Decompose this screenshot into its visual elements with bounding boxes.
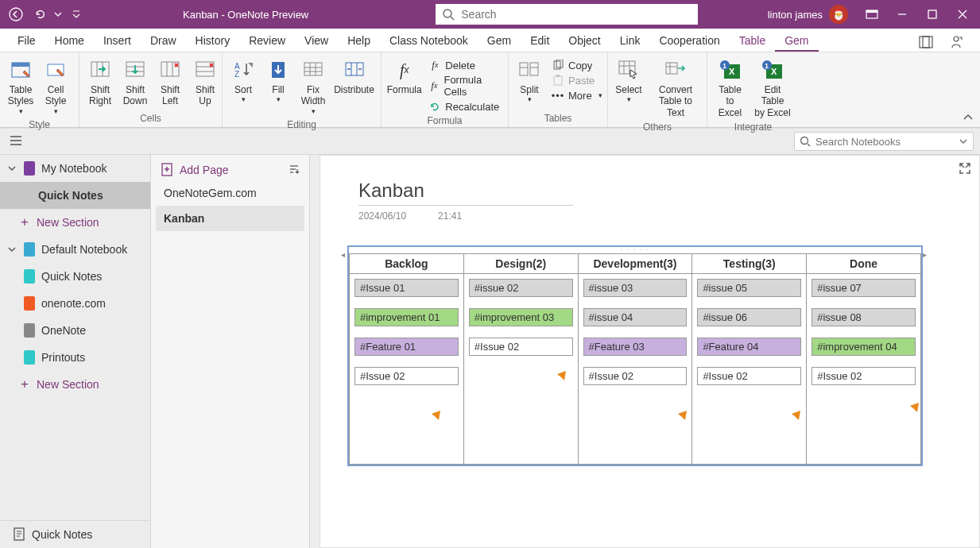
kanban-header[interactable]: Backlog xyxy=(350,254,464,274)
kanban-header[interactable]: Done xyxy=(807,254,921,274)
formula-delete-button[interactable]: fxDelete xyxy=(425,58,503,72)
kanban-header[interactable]: Development(3) xyxy=(578,254,692,274)
undo-button[interactable] xyxy=(29,3,51,25)
kanban-card[interactable]: #Feature 01 xyxy=(354,338,459,356)
kanban-column[interactable]: #issue 02#improvement 03#Issue 02 xyxy=(463,274,578,465)
edit-table-by-excel-button[interactable]: X1Edit Table by Excel xyxy=(751,56,794,120)
menu-tab-gem[interactable]: Gem xyxy=(775,30,818,52)
kanban-card[interactable]: #issue 07 xyxy=(812,279,916,297)
menu-tab-class-notebook[interactable]: Class Notebook xyxy=(380,30,478,52)
table-drag-handle[interactable]: · · · · · xyxy=(349,247,921,253)
nav-section-quick-notes[interactable]: Quick Notes xyxy=(0,263,150,290)
menu-tab-view[interactable]: View xyxy=(295,30,338,52)
menu-tab-insert[interactable]: Insert xyxy=(94,30,141,52)
menu-tab-file[interactable]: File xyxy=(8,30,45,52)
collapse-ribbon-button[interactable] xyxy=(963,112,974,124)
nav-default-notebook[interactable]: Default Notebook xyxy=(0,236,150,263)
formula-button[interactable]: fxFormula xyxy=(386,56,422,97)
chevron-down-icon[interactable] xyxy=(959,137,968,146)
menu-tab-help[interactable]: Help xyxy=(338,30,380,52)
paste-table-button[interactable]: Paste xyxy=(548,73,606,87)
undo-dropdown[interactable] xyxy=(52,3,64,25)
nav-section-printouts[interactable]: Printouts xyxy=(0,344,150,371)
kanban-card[interactable]: #improvement 04 xyxy=(812,338,916,356)
kanban-table-container[interactable]: · · · · · ◂ ▸ BacklogDesign(2)Developmen… xyxy=(347,245,923,466)
kanban-column[interactable]: #issue 07#issue 08#improvement 04#Issue … xyxy=(807,274,921,465)
sort-button[interactable]: AZSort▾ xyxy=(227,56,259,106)
notebook-search-input[interactable] xyxy=(815,136,959,148)
tables-more-button[interactable]: •••More▾ xyxy=(548,88,606,102)
kanban-card[interactable]: #Issue 01 xyxy=(354,279,459,297)
kanban-header[interactable]: Design(2) xyxy=(463,254,578,274)
back-button[interactable] xyxy=(5,3,27,25)
nav-new-section-2[interactable]: + New Section xyxy=(0,371,150,398)
kanban-card[interactable]: #Issue 02 xyxy=(583,367,688,385)
menu-tab-cooperation[interactable]: Cooperation xyxy=(649,30,729,52)
table-handle-left[interactable]: ◂ xyxy=(341,250,347,259)
shift-up-button[interactable]: Shift Up xyxy=(189,56,221,109)
notes-pane-icon[interactable] xyxy=(916,33,935,52)
recalculate-button[interactable]: Recalculate xyxy=(425,99,503,114)
select-button[interactable]: Select▾ xyxy=(613,56,645,106)
menu-tab-draw[interactable]: Draw xyxy=(141,30,186,52)
table-handle-right[interactable]: ▸ xyxy=(923,250,929,259)
ribbon-display-button[interactable] xyxy=(858,0,886,29)
share-icon[interactable] xyxy=(947,33,966,52)
menu-tab-gem[interactable]: Gem xyxy=(478,30,521,52)
formula-cells-button[interactable]: fxFormula Cells xyxy=(425,73,503,98)
kanban-card[interactable]: #issue 04 xyxy=(583,308,688,326)
shift-right-button[interactable]: Shift Right xyxy=(84,56,116,109)
kanban-header[interactable]: Testing(3) xyxy=(692,254,807,274)
nav-section-onenote[interactable]: OneNote xyxy=(0,317,150,344)
kanban-card[interactable]: #improvement 03 xyxy=(469,308,573,326)
page-canvas[interactable]: Kanban 2024/06/10 21:41 · · · · · ◂ ▸ Ba… xyxy=(310,155,980,548)
kanban-card[interactable]: #issue 03 xyxy=(583,279,688,297)
table-styles-button[interactable]: Table Styles▾ xyxy=(5,56,37,118)
maximize-button[interactable] xyxy=(918,0,947,29)
shift-down-button[interactable]: Shift Down xyxy=(119,56,151,109)
menu-tab-object[interactable]: Object xyxy=(559,30,610,52)
close-button[interactable] xyxy=(948,0,977,29)
menu-tab-edit[interactable]: Edit xyxy=(521,30,559,52)
kanban-card[interactable]: #improvement 01 xyxy=(354,308,459,326)
distribute-button[interactable]: Distribute xyxy=(332,56,376,97)
kanban-card[interactable]: #issue 02 xyxy=(469,279,573,297)
menu-tab-table[interactable]: Table xyxy=(730,30,775,52)
minimize-button[interactable] xyxy=(888,0,916,29)
split-button[interactable]: Split▾ xyxy=(513,56,545,106)
avatar[interactable]: 🎅 xyxy=(829,5,848,24)
kanban-card[interactable]: #Issue 02 xyxy=(354,367,459,385)
kanban-card[interactable]: #issue 06 xyxy=(697,308,801,326)
kanban-column[interactable]: #issue 05#issue 06#Feature 04#Issue 02 xyxy=(692,274,807,465)
kanban-card[interactable]: #Feature 03 xyxy=(583,338,688,356)
kanban-card[interactable]: #issue 05 xyxy=(697,279,801,297)
global-search-input[interactable] xyxy=(461,8,691,21)
nav-section-onenote-com[interactable]: onenote.com xyxy=(0,290,150,317)
menu-tab-history[interactable]: History xyxy=(186,30,240,52)
qat-dropdown[interactable] xyxy=(65,3,87,25)
pages-sort-button[interactable] xyxy=(289,164,300,177)
convert-button[interactable]: Convert Table to Text xyxy=(648,56,703,120)
shift-left-button[interactable]: Shift Left xyxy=(154,56,186,109)
kanban-column[interactable]: #Issue 01#improvement 01#Feature 01#Issu… xyxy=(350,274,464,465)
fullscreen-button[interactable] xyxy=(959,162,971,177)
notebook-search[interactable] xyxy=(794,132,974,151)
page-item-kanban[interactable]: Kanban xyxy=(156,206,304,231)
global-search[interactable] xyxy=(436,4,698,25)
nav-quick-notes-bottom[interactable]: Quick Notes xyxy=(0,521,150,548)
add-page-button[interactable]: Add Page xyxy=(161,163,229,177)
page-surface[interactable]: Kanban 2024/06/10 21:41 · · · · · ◂ ▸ Ba… xyxy=(320,155,980,548)
kanban-card[interactable]: #Issue 02 xyxy=(812,367,916,385)
kanban-card[interactable]: #Feature 04 xyxy=(697,338,801,356)
nav-my-notebook[interactable]: My Notebook xyxy=(0,155,150,182)
nav-toggle-button[interactable] xyxy=(6,132,25,152)
page-item-onenotegem-com[interactable]: OneNoteGem.com xyxy=(156,180,304,206)
user-name[interactable]: linton james xyxy=(768,9,823,21)
nav-quick-notes-primary[interactable]: Quick Notes xyxy=(0,182,150,209)
table-to-excel-button[interactable]: X1Table to Excel xyxy=(712,56,748,120)
kanban-card[interactable]: #Issue 02 xyxy=(469,338,573,356)
menu-tab-link[interactable]: Link xyxy=(610,30,650,52)
menu-tab-home[interactable]: Home xyxy=(45,30,94,52)
copy-table-button[interactable]: Copy xyxy=(548,58,606,72)
kanban-column[interactable]: #issue 03#issue 04#Feature 03#Issue 02 xyxy=(578,274,692,465)
